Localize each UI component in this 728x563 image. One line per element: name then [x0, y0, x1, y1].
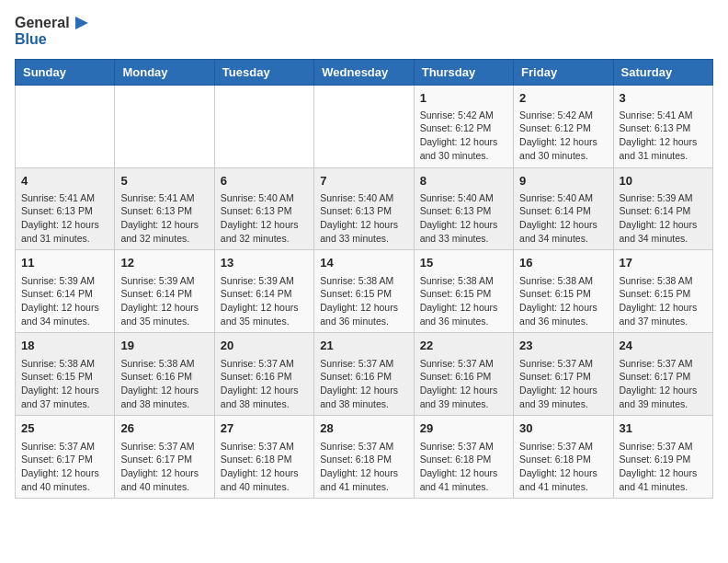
day-number: 2: [519, 90, 607, 107]
calendar-cell: 7Sunrise: 5:40 AM Sunset: 6:13 PM Daylig…: [314, 167, 414, 250]
day-info: Sunrise: 5:42 AM Sunset: 6:12 PM Dayligh…: [420, 109, 507, 163]
calendar-cell: 18Sunrise: 5:38 AM Sunset: 6:15 PM Dayli…: [16, 333, 115, 416]
calendar-cell: 30Sunrise: 5:37 AM Sunset: 6:18 PM Dayli…: [514, 416, 613, 499]
day-info: Sunrise: 5:38 AM Sunset: 6:16 PM Dayligh…: [120, 357, 208, 411]
day-info: Sunrise: 5:40 AM Sunset: 6:13 PM Dayligh…: [221, 191, 308, 246]
day-number: 27: [221, 420, 308, 437]
day-number: 20: [221, 338, 308, 354]
day-info: Sunrise: 5:37 AM Sunset: 6:17 PM Dayligh…: [21, 440, 108, 494]
svg-marker-0: [75, 17, 88, 29]
day-number: 23: [519, 338, 607, 354]
day-info: Sunrise: 5:37 AM Sunset: 6:18 PM Dayligh…: [519, 440, 607, 494]
calendar-table: SundayMondayTuesdayWednesdayThursdayFrid…: [15, 59, 713, 500]
day-info: Sunrise: 5:37 AM Sunset: 6:18 PM Dayligh…: [320, 440, 407, 494]
day-info: Sunrise: 5:38 AM Sunset: 6:15 PM Dayligh…: [420, 274, 507, 328]
day-number: 22: [420, 338, 507, 354]
calendar-week-row: 25Sunrise: 5:37 AM Sunset: 6:17 PM Dayli…: [16, 416, 713, 499]
calendar-cell: 31Sunrise: 5:37 AM Sunset: 6:19 PM Dayli…: [613, 416, 712, 499]
calendar-cell: 5Sunrise: 5:41 AM Sunset: 6:13 PM Daylig…: [115, 167, 214, 250]
day-number: 4: [21, 173, 108, 190]
weekday-header-sunday: Sunday: [16, 59, 115, 85]
day-number: 18: [21, 338, 108, 354]
calendar-cell: [214, 85, 313, 167]
calendar-cell: [314, 85, 414, 167]
day-info: Sunrise: 5:37 AM Sunset: 6:17 PM Dayligh…: [120, 440, 208, 494]
weekday-header-friday: Friday: [514, 59, 613, 85]
logo-blue-text: Blue: [15, 31, 47, 47]
calendar-cell: 21Sunrise: 5:37 AM Sunset: 6:16 PM Dayli…: [314, 333, 414, 416]
calendar-cell: 13Sunrise: 5:39 AM Sunset: 6:14 PM Dayli…: [214, 250, 313, 333]
day-number: 8: [420, 173, 507, 190]
calendar-cell: 26Sunrise: 5:37 AM Sunset: 6:17 PM Dayli…: [115, 416, 214, 499]
page-header: General Blue: [15, 15, 713, 48]
day-number: 16: [519, 255, 607, 271]
day-info: Sunrise: 5:37 AM Sunset: 6:16 PM Dayligh…: [320, 357, 407, 411]
day-info: Sunrise: 5:42 AM Sunset: 6:12 PM Dayligh…: [519, 109, 607, 163]
day-number: 30: [519, 420, 607, 437]
weekday-header-saturday: Saturday: [613, 59, 712, 85]
day-info: Sunrise: 5:41 AM Sunset: 6:13 PM Dayligh…: [620, 109, 707, 163]
calendar-cell: [16, 85, 115, 167]
day-info: Sunrise: 5:37 AM Sunset: 6:17 PM Dayligh…: [519, 357, 607, 411]
calendar-cell: 15Sunrise: 5:38 AM Sunset: 6:15 PM Dayli…: [414, 250, 513, 333]
day-info: Sunrise: 5:37 AM Sunset: 6:19 PM Dayligh…: [620, 440, 707, 494]
calendar-cell: 3Sunrise: 5:41 AM Sunset: 6:13 PM Daylig…: [613, 85, 712, 167]
day-number: 19: [120, 338, 208, 354]
day-number: 3: [620, 90, 707, 107]
day-number: 5: [120, 173, 208, 190]
calendar-header-row: SundayMondayTuesdayWednesdayThursdayFrid…: [16, 59, 713, 85]
day-number: 14: [320, 255, 407, 271]
day-info: Sunrise: 5:39 AM Sunset: 6:14 PM Dayligh…: [120, 274, 208, 328]
day-number: 1: [420, 90, 507, 107]
day-info: Sunrise: 5:38 AM Sunset: 6:15 PM Dayligh…: [620, 274, 707, 328]
calendar-cell: 28Sunrise: 5:37 AM Sunset: 6:18 PM Dayli…: [314, 416, 414, 499]
calendar-week-row: 11Sunrise: 5:39 AM Sunset: 6:14 PM Dayli…: [16, 250, 713, 333]
calendar-cell: 8Sunrise: 5:40 AM Sunset: 6:13 PM Daylig…: [414, 167, 513, 250]
day-number: 7: [320, 173, 407, 190]
day-info: Sunrise: 5:37 AM Sunset: 6:16 PM Dayligh…: [221, 357, 308, 411]
day-number: 10: [620, 173, 707, 190]
day-info: Sunrise: 5:37 AM Sunset: 6:16 PM Dayligh…: [420, 357, 507, 411]
weekday-header-tuesday: Tuesday: [214, 59, 313, 85]
day-number: 24: [620, 338, 707, 354]
calendar-cell: 10Sunrise: 5:39 AM Sunset: 6:14 PM Dayli…: [613, 167, 712, 250]
day-number: 17: [620, 255, 707, 271]
day-info: Sunrise: 5:37 AM Sunset: 6:18 PM Dayligh…: [221, 440, 308, 494]
calendar-cell: 16Sunrise: 5:38 AM Sunset: 6:15 PM Dayli…: [514, 250, 613, 333]
calendar-cell: 25Sunrise: 5:37 AM Sunset: 6:17 PM Dayli…: [16, 416, 115, 499]
calendar-cell: 14Sunrise: 5:38 AM Sunset: 6:15 PM Dayli…: [314, 250, 414, 333]
day-info: Sunrise: 5:37 AM Sunset: 6:17 PM Dayligh…: [620, 357, 707, 411]
day-info: Sunrise: 5:39 AM Sunset: 6:14 PM Dayligh…: [221, 274, 308, 328]
day-info: Sunrise: 5:40 AM Sunset: 6:13 PM Dayligh…: [320, 191, 407, 246]
calendar-cell: 9Sunrise: 5:40 AM Sunset: 6:14 PM Daylig…: [514, 167, 613, 250]
calendar-cell: 1Sunrise: 5:42 AM Sunset: 6:12 PM Daylig…: [414, 85, 513, 167]
calendar-cell: 12Sunrise: 5:39 AM Sunset: 6:14 PM Dayli…: [115, 250, 214, 333]
weekday-header-monday: Monday: [115, 59, 214, 85]
weekday-header-wednesday: Wednesday: [314, 59, 414, 85]
day-info: Sunrise: 5:38 AM Sunset: 6:15 PM Dayligh…: [519, 274, 607, 328]
calendar-cell: 20Sunrise: 5:37 AM Sunset: 6:16 PM Dayli…: [214, 333, 313, 416]
calendar-cell: 6Sunrise: 5:40 AM Sunset: 6:13 PM Daylig…: [214, 167, 313, 250]
day-number: 29: [420, 420, 507, 437]
logo-block: General Blue: [15, 15, 88, 48]
day-info: Sunrise: 5:38 AM Sunset: 6:15 PM Dayligh…: [320, 274, 407, 328]
day-info: Sunrise: 5:41 AM Sunset: 6:13 PM Dayligh…: [120, 191, 208, 246]
calendar-cell: 11Sunrise: 5:39 AM Sunset: 6:14 PM Dayli…: [16, 250, 115, 333]
calendar-week-row: 18Sunrise: 5:38 AM Sunset: 6:15 PM Dayli…: [16, 333, 713, 416]
day-info: Sunrise: 5:40 AM Sunset: 6:14 PM Dayligh…: [519, 191, 607, 246]
calendar-cell: 27Sunrise: 5:37 AM Sunset: 6:18 PM Dayli…: [214, 416, 313, 499]
calendar-week-row: 1Sunrise: 5:42 AM Sunset: 6:12 PM Daylig…: [16, 85, 713, 167]
day-info: Sunrise: 5:39 AM Sunset: 6:14 PM Dayligh…: [21, 274, 108, 328]
day-number: 11: [21, 255, 108, 271]
calendar-cell: 4Sunrise: 5:41 AM Sunset: 6:13 PM Daylig…: [16, 167, 115, 250]
day-number: 9: [519, 173, 607, 190]
day-number: 15: [420, 255, 507, 271]
day-number: 6: [221, 173, 308, 190]
calendar-cell: 2Sunrise: 5:42 AM Sunset: 6:12 PM Daylig…: [514, 85, 613, 167]
calendar-cell: 24Sunrise: 5:37 AM Sunset: 6:17 PM Dayli…: [613, 333, 712, 416]
calendar-cell: 17Sunrise: 5:38 AM Sunset: 6:15 PM Dayli…: [613, 250, 712, 333]
day-number: 25: [21, 420, 108, 437]
logo: General Blue: [15, 15, 88, 48]
day-info: Sunrise: 5:37 AM Sunset: 6:18 PM Dayligh…: [420, 440, 507, 494]
calendar-week-row: 4Sunrise: 5:41 AM Sunset: 6:13 PM Daylig…: [16, 167, 713, 250]
